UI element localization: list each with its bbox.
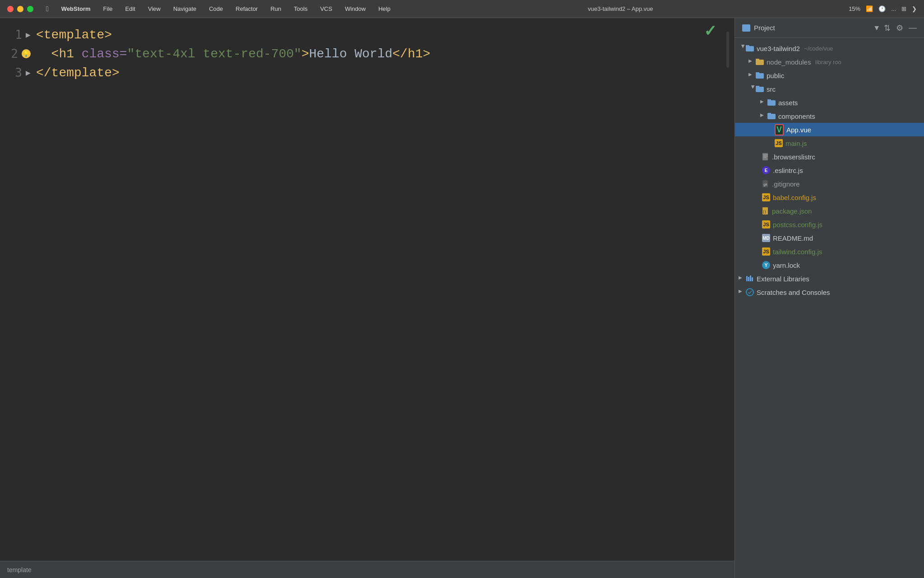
tree-item-src[interactable]: ▶ src (735, 82, 924, 96)
generic-file-icon-browserslistrc (762, 153, 769, 161)
svg-rect-23 (752, 277, 753, 281)
menu-window[interactable]: Window (343, 5, 367, 13)
menu-run[interactable]: Run (268, 5, 283, 13)
sidebar-controls: ⇅ ⚙ — (884, 23, 917, 33)
folder-open-icon (746, 44, 754, 53)
tree-item-vue3-tailwind2[interactable]: ▶ vue3-tailwind2 ~/code/vue (735, 42, 924, 55)
clock-icon: 🕐 (878, 5, 886, 12)
svg-rect-5 (756, 72, 759, 74)
editor-content[interactable]: 1 ▶ 2 💡 3 ▶ (0, 18, 735, 561)
arrow-empty-eslintrc (755, 167, 762, 174)
scrollbar-thumb (726, 32, 729, 68)
js-file-icon-tailwind: JS (762, 247, 770, 256)
line-number-2: 2 (11, 47, 18, 61)
editor-scrollbar[interactable] (726, 18, 729, 561)
line-number-3: 3 (15, 66, 22, 79)
menu-help[interactable]: Help (377, 5, 393, 13)
minimize-button[interactable] (17, 6, 23, 12)
arrow-scratches: ▶ (739, 289, 746, 296)
tree-item-node-modules[interactable]: ▶ node_modules library roo (735, 55, 924, 69)
gutter-line-2: 2 💡 (0, 44, 36, 63)
close-button[interactable] (7, 6, 14, 12)
equalize-icon[interactable]: ⇅ (884, 23, 891, 33)
scratches-icon (746, 288, 754, 296)
arrow-empty-package (755, 207, 762, 214)
tree-item-postcss[interactable]: JS postcss.config.js (735, 218, 924, 231)
tree-item-tailwind[interactable]: JS tailwind.config.js (735, 245, 924, 258)
tree-item-browserslistrc[interactable]: .browserslistrc (735, 150, 924, 163)
file-tree[interactable]: ▶ vue3-tailwind2 ~/code/vue ▶ node_modul… (735, 38, 924, 578)
fold-arrow-1[interactable]: ▶ (26, 31, 31, 38)
md-file-icon: MD (762, 234, 770, 242)
tree-label-app-vue: App.vue (786, 126, 811, 134)
tree-label-assets: assets (778, 99, 798, 107)
tree-label-external-libs: External Libraries (757, 275, 809, 283)
menu-navigate[interactable]: Navigate (171, 5, 198, 13)
tree-item-components[interactable]: ▶ components (735, 109, 924, 123)
menu-edit[interactable]: Edit (124, 5, 137, 13)
git-file-icon: git (762, 180, 769, 188)
tree-item-app-vue[interactable]: V App.vue (735, 123, 924, 136)
tree-label-public: public (767, 72, 784, 79)
menu-vcs[interactable]: VCS (319, 5, 334, 13)
folder-icon-components (767, 112, 776, 121)
bulb-icon[interactable]: 💡 (22, 49, 31, 58)
tree-item-external-libs[interactable]: ▶ External Libraries (735, 272, 924, 285)
arrow-collapsed-components: ▶ (760, 112, 767, 120)
menu-tools[interactable]: Tools (292, 5, 309, 13)
tree-item-assets[interactable]: ▶ assets (735, 96, 924, 109)
tree-item-readme[interactable]: MD README.md (735, 231, 924, 245)
arrow-empty-browserslistrc (755, 153, 762, 160)
more-icon: ... (891, 5, 896, 12)
arrow-collapsed-public: ▶ (748, 72, 756, 79)
code-text-1: <template> (36, 28, 112, 42)
arrow-empty-main (767, 140, 775, 147)
sidebar: Project ▼ ⇅ ⚙ — ▶ vue3-tailwind2 ~/code/… (735, 18, 924, 578)
arrow-empty-yarn (755, 261, 762, 269)
tree-hint-vue3-tailwind2: ~/code/vue (803, 45, 833, 52)
code-area[interactable]: <template> <h1 class="text-4xl text-red-… (36, 22, 735, 561)
status-text: template (7, 566, 32, 573)
tree-item-scratches[interactable]: ▶ Scratches and Consoles (735, 285, 924, 299)
gutter-line-3: 3 ▶ (0, 63, 36, 82)
menu-refactor[interactable]: Refactor (234, 5, 259, 13)
tree-item-main-js[interactable]: JS main.js (735, 136, 924, 150)
tree-label-scratches: Scratches and Consoles (757, 289, 830, 296)
arrow-empty-postcss (755, 221, 762, 228)
project-icon (742, 24, 750, 32)
svg-rect-9 (767, 99, 771, 101)
svg-rect-7 (756, 86, 759, 88)
code-line-3: </template> (36, 63, 735, 82)
status-bar: template (0, 561, 735, 578)
svg-rect-20 (746, 276, 748, 281)
menu-file[interactable]: File (102, 5, 115, 13)
tree-item-package-json[interactable]: { } package.json (735, 204, 924, 218)
minimize-panel-icon[interactable]: — (909, 23, 917, 33)
tree-label-package-json: package.json (772, 207, 812, 215)
tree-item-yarn-lock[interactable]: Y yarn.lock (735, 258, 924, 272)
settings-icon[interactable]: ⚙ (896, 23, 903, 33)
menu-code[interactable]: Code (207, 5, 225, 13)
tree-item-babel[interactable]: JS babel.config.js (735, 191, 924, 204)
tree-label-node-modules: node_modules (767, 58, 811, 66)
eslint-file-icon: E (762, 166, 770, 174)
svg-rect-12 (762, 153, 768, 160)
tree-item-public[interactable]: ▶ public (735, 69, 924, 82)
window-title: vue3-tailwind2 – App.vue (401, 5, 840, 12)
sidebar-header: Project ▼ ⇅ ⚙ — (735, 18, 924, 38)
tree-item-eslintrc[interactable]: E .eslintrc.js (735, 163, 924, 177)
wifi-icon: 📶 (866, 5, 873, 12)
dropdown-arrow[interactable]: ▼ (873, 24, 880, 32)
sidebar-title: Project (754, 24, 869, 32)
gutter-line-1: 1 ▶ (0, 25, 36, 44)
arrow-external-libs: ▶ (739, 275, 746, 282)
js-file-icon-postcss: JS (762, 220, 770, 228)
code-line-2: <h1 class="text-4xl text-red-700">Hello … (36, 44, 735, 63)
tree-label-vue3-tailwind2: vue3-tailwind2 (757, 45, 800, 52)
tree-item-gitignore[interactable]: git .gitignore (735, 177, 924, 191)
fold-arrow-3[interactable]: ▶ (26, 69, 31, 76)
menu-webstorm[interactable]: WebStorm (60, 5, 92, 13)
tree-label-yarn-lock: yarn.lock (773, 261, 800, 269)
menu-view[interactable]: View (146, 5, 162, 13)
maximize-button[interactable] (27, 6, 33, 12)
